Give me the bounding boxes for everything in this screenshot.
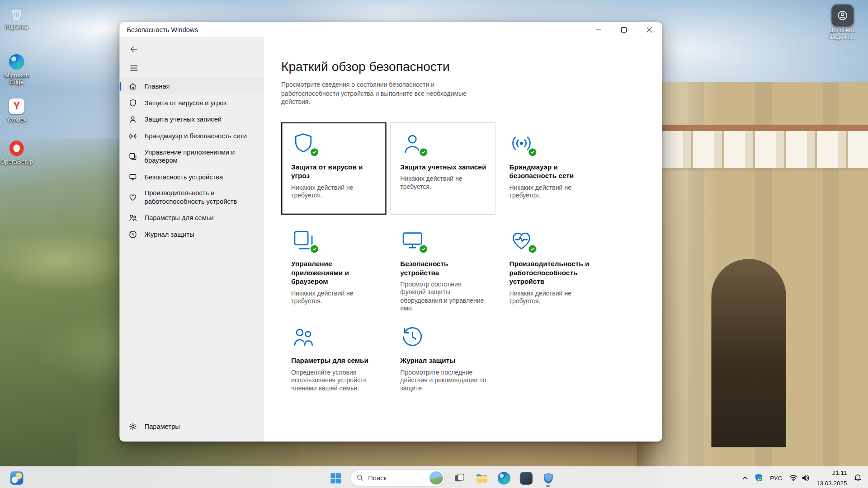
menu-toggle-button[interactable] [125, 60, 144, 75]
card-title: Брандмауэр и безопасность сети [509, 162, 597, 180]
pinned-app-button[interactable] [515, 468, 537, 488]
card-title: Параметры для семьи [291, 356, 378, 365]
recycle-bin-icon [0, 5, 33, 22]
status-check-icon [309, 244, 319, 253]
search-label: Поиск [368, 474, 387, 482]
card-firewall-network[interactable]: Брандмауэр и безопасность сети Никаких д… [499, 122, 604, 214]
system-tray: РУС 21:11 13.03.2025 [739, 467, 865, 488]
status-check-icon [528, 244, 538, 253]
card-desc: Никаких действий не требуется. [509, 289, 597, 305]
card-title: Защита учетных записей [400, 162, 487, 171]
info-badge-label-line2: сведения... [828, 34, 857, 40]
sidebar-item-virus-protection[interactable]: Защита от вирусов и угроз [119, 94, 264, 111]
card-desc: Никаких действий не требуется. [509, 183, 597, 200]
tray-time: 21:11 [832, 469, 847, 476]
taskbar: Поиск [0, 466, 868, 488]
windows-security-window: Безопасность Windows [119, 22, 662, 441]
hamburger-icon [130, 63, 139, 72]
widgets-icon [10, 471, 23, 484]
back-arrow-icon [130, 45, 139, 54]
card-account-protection[interactable]: Защита учетных записей Никаких действий … [390, 122, 495, 214]
apps-check-icon [291, 228, 316, 252]
card-desc: Никаких действий не требуется. [291, 289, 378, 305]
page-subtitle: Просмотрите сведения о состоянии безопас… [281, 81, 467, 107]
status-check-icon [528, 147, 538, 157]
sidebar-item-app-browser-control[interactable]: Управление приложениями и браузером [119, 145, 264, 169]
back-button[interactable] [125, 42, 144, 56]
card-device-security[interactable]: Безопасность устройства Просмотр состоян… [390, 219, 495, 311]
card-title: Защита от вирусов и угроз [291, 162, 378, 180]
device-icon [128, 173, 137, 182]
sidebar-item-family-options[interactable]: Параметры для семьи [119, 210, 264, 226]
volume-icon [801, 474, 810, 483]
card-family-options[interactable]: Параметры для семьи Определяйте условия … [281, 316, 387, 408]
windows-security-taskbar-button[interactable] [537, 468, 559, 488]
card-title: Управление приложениями и браузером [291, 259, 378, 286]
network-icon [128, 131, 137, 141]
yandex-icon: Y [0, 98, 33, 115]
widgets-button[interactable] [5, 468, 28, 488]
sidebar-item-label: Параметры для семьи [145, 214, 214, 222]
search-highlight-thumbnail [429, 471, 443, 484]
tray-security-button[interactable] [751, 469, 766, 486]
window-controls [586, 22, 662, 37]
edge-browser-button[interactable] [493, 468, 515, 488]
notification-center-button[interactable] [851, 469, 865, 486]
sidebar-item-label: Защита учетных записей [145, 115, 222, 123]
info-badge[interactable]: Дополнит. сведения... [828, 5, 857, 40]
person-icon [128, 115, 137, 124]
start-button[interactable] [325, 468, 347, 488]
gear-icon [128, 422, 137, 431]
sidebar-nav: Главная Защита от вирусов и угроз Защита… [119, 78, 264, 243]
card-app-browser-control[interactable]: Управление приложениями и браузером Ника… [281, 219, 387, 311]
clock[interactable]: 21:11 13.03.2025 [812, 469, 851, 486]
sidebar-item-device-performance[interactable]: Производительность и работоспособность у… [119, 185, 264, 210]
card-protection-history[interactable]: Журнал защиты Просмотрите последние дейс… [390, 316, 495, 408]
maximize-button[interactable] [611, 22, 637, 37]
person-circle-icon[interactable] [831, 5, 854, 27]
wallpaper-town [662, 125, 868, 169]
sidebar-item-protection-history[interactable]: Журнал защиты [119, 226, 264, 243]
titlebar: Безопасность Windows [119, 22, 662, 37]
file-explorer-button[interactable] [471, 468, 493, 488]
taskbar-search[interactable]: Поиск [350, 469, 445, 486]
network-volume-button[interactable] [786, 469, 813, 486]
sidebar-item-settings[interactable]: Параметры [119, 418, 264, 435]
health-icon [128, 193, 137, 202]
desktop-icon-label: OperaSetup [0, 158, 33, 165]
security-shield-icon [542, 472, 554, 484]
wallpaper-bridge-arch [711, 259, 786, 447]
sidebar-item-firewall[interactable]: Брандмауэр и безопасность сети [119, 128, 264, 145]
tray-chevron-button[interactable] [739, 469, 751, 486]
sidebar-item-home[interactable]: Главная [119, 78, 264, 95]
info-badge-label-line1: Дополнит. [828, 27, 857, 33]
sidebar-item-device-security[interactable]: Безопасность устройства [119, 169, 264, 185]
start-icon [330, 472, 341, 484]
sidebar-item-account-protection[interactable]: Защита учетных записей [119, 111, 264, 128]
card-desc: Просмотрите последние действия и рекомен… [400, 368, 487, 392]
card-desc: Определяйте условия использования устрой… [291, 368, 378, 392]
family-icon [291, 324, 316, 349]
sidebar-item-label: Брандмауэр и безопасность сети [145, 132, 247, 140]
edge-icon [497, 472, 510, 484]
status-check-icon [419, 147, 429, 157]
desktop-icon-yandex[interactable]: Y Yandex [0, 98, 33, 123]
apps-icon [128, 152, 137, 161]
desktop-icon-recycle-bin[interactable]: Корзина [0, 5, 33, 30]
sidebar-item-label: Безопасность устройства [145, 173, 223, 181]
close-button[interactable] [637, 22, 662, 37]
tray-date: 13.03.2025 [816, 479, 847, 487]
status-check-icon [419, 244, 429, 253]
desktop-icon-opera-setup[interactable]: OperaSetup [0, 140, 33, 165]
language-indicator[interactable]: РУС [766, 469, 786, 486]
security-check-icon [754, 473, 764, 483]
opera-icon [0, 140, 33, 157]
card-virus-threat-protection[interactable]: Защита от вирусов и угроз Никаких действ… [281, 122, 387, 214]
device-check-icon [400, 228, 425, 252]
card-device-performance[interactable]: Производительность и работоспособность у… [499, 219, 604, 311]
card-desc: Никаких действий не требуется. [291, 183, 378, 200]
language-label: РУС [770, 474, 782, 481]
task-view-button[interactable] [448, 468, 471, 488]
minimize-button[interactable] [586, 22, 611, 37]
desktop-icon-edge[interactable]: Microsoft Edge [0, 53, 33, 85]
